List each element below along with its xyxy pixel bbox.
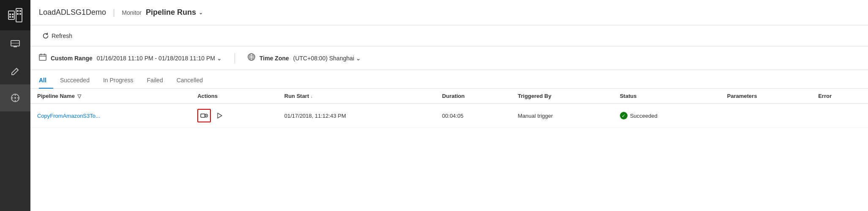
sidebar-item-author[interactable]	[0, 57, 30, 84]
date-range-picker[interactable]: 01/16/2018 11:10 PM - 01/18/2018 11:10 P…	[97, 55, 222, 62]
date-range-chevron: ⌄	[217, 55, 222, 62]
sidebar-item-dashboard[interactable]	[0, 84, 30, 111]
status-tabs: All Succeeded In Progress Failed Cancell…	[30, 70, 868, 89]
activity-runs-button[interactable]	[197, 109, 211, 122]
col-header-actions: Actions	[191, 89, 278, 104]
date-range-section: Custom Range 01/16/2018 11:10 PM - 01/18…	[39, 53, 222, 63]
header-separator: |	[113, 8, 115, 17]
table-header-row: Pipeline Name ▽ Actions Run Start ↓ Dura…	[30, 89, 868, 104]
tab-succeeded[interactable]: Succeeded	[53, 73, 96, 89]
play-icon	[216, 112, 223, 119]
col-header-duration: Duration	[435, 89, 511, 104]
col-header-parameters: Parameters	[721, 89, 812, 104]
timezone-label: Time Zone	[259, 55, 289, 62]
action-buttons-group	[197, 109, 271, 122]
svg-rect-8	[17, 13, 19, 15]
tab-cancelled[interactable]: Cancelled	[170, 73, 210, 89]
svg-rect-28	[201, 114, 205, 117]
svg-marker-31	[218, 113, 222, 118]
timezone-picker[interactable]: (UTC+08:00) Shanghai ⌄	[293, 55, 361, 62]
refresh-label: Refresh	[52, 32, 72, 39]
globe-icon	[248, 53, 255, 63]
run-start-sort-icon[interactable]: ↓	[311, 94, 313, 99]
page-title: Pipeline Runs	[146, 8, 196, 17]
pipeline-runs-table-container: Pipeline Name ▽ Actions Run Start ↓ Dura…	[30, 89, 868, 211]
sidebar-logo	[0, 0, 30, 30]
refresh-icon	[42, 32, 49, 39]
page-title-container[interactable]: Pipeline Runs ⌄	[146, 8, 203, 17]
rerun-button[interactable]	[213, 110, 225, 122]
monitor-label: Monitor	[122, 9, 142, 16]
table-row: CopyFromAmazonS3To...	[30, 104, 868, 128]
refresh-button[interactable]: Refresh	[39, 31, 76, 41]
main-content: LoadADLSG1Demo | Monitor Pipeline Runs ⌄…	[30, 0, 868, 211]
svg-rect-19	[39, 54, 46, 60]
cell-pipeline-name: CopyFromAmazonS3To...	[30, 104, 191, 128]
sidebar-item-monitor[interactable]	[0, 30, 30, 57]
svg-rect-1	[12, 14, 14, 15]
header: LoadADLSG1Demo | Monitor Pipeline Runs ⌄	[30, 0, 868, 25]
col-header-pipeline-name: Pipeline Name ▽	[30, 89, 191, 104]
timezone-chevron: ⌄	[356, 55, 361, 62]
cell-triggered-by: Manual trigger	[511, 104, 613, 128]
pipeline-runs-table: Pipeline Name ▽ Actions Run Start ↓ Dura…	[30, 89, 868, 128]
cell-run-start: 01/17/2018, 11:12:43 PM	[278, 104, 435, 128]
svg-rect-3	[9, 14, 11, 15]
svg-point-14	[14, 97, 16, 99]
filter-bar: Custom Range 01/16/2018 11:10 PM - 01/18…	[30, 46, 868, 70]
cell-actions	[191, 104, 278, 128]
svg-rect-11	[11, 43, 19, 44]
activity-icon	[200, 112, 208, 119]
pipeline-name-filter-icon[interactable]: ▽	[77, 93, 81, 99]
calendar-icon	[39, 53, 46, 63]
toolbar: Refresh	[30, 25, 868, 46]
status-success-indicator: ✓ Succeeded	[620, 112, 714, 119]
cell-duration: 00:04:05	[435, 104, 511, 128]
page-title-chevron: ⌄	[199, 10, 203, 16]
svg-rect-12	[14, 46, 17, 47]
cell-parameters	[721, 104, 812, 128]
col-header-error: Error	[811, 89, 868, 104]
success-check-icon: ✓	[620, 112, 628, 119]
svg-rect-7	[19, 10, 21, 12]
filter-divider	[235, 53, 235, 63]
svg-rect-2	[12, 16, 14, 18]
svg-rect-9	[19, 13, 21, 15]
timezone-value: (UTC+08:00) Shanghai	[293, 55, 354, 62]
tab-in-progress[interactable]: In Progress	[96, 73, 140, 89]
svg-rect-6	[17, 10, 19, 12]
cell-status: ✓ Succeeded	[613, 104, 721, 128]
pipeline-name-link[interactable]: CopyFromAmazonS3To...	[37, 113, 100, 119]
range-label: Custom Range	[51, 55, 93, 62]
status-label: Succeeded	[630, 113, 658, 119]
timezone-section: Time Zone (UTC+08:00) Shanghai ⌄	[248, 53, 361, 63]
app-title: LoadADLSG1Demo	[39, 8, 106, 17]
col-header-status: Status	[613, 89, 721, 104]
col-header-run-start: Run Start ↓	[278, 89, 435, 104]
col-header-triggered-by: Triggered By	[511, 89, 613, 104]
date-range-value: 01/16/2018 11:10 PM - 01/18/2018 11:10 P…	[97, 55, 215, 62]
cell-error	[811, 104, 868, 128]
svg-marker-30	[206, 115, 207, 116]
tab-failed[interactable]: Failed	[140, 73, 170, 89]
svg-rect-4	[9, 16, 11, 18]
sidebar	[0, 0, 30, 211]
tab-all[interactable]: All	[39, 73, 53, 89]
